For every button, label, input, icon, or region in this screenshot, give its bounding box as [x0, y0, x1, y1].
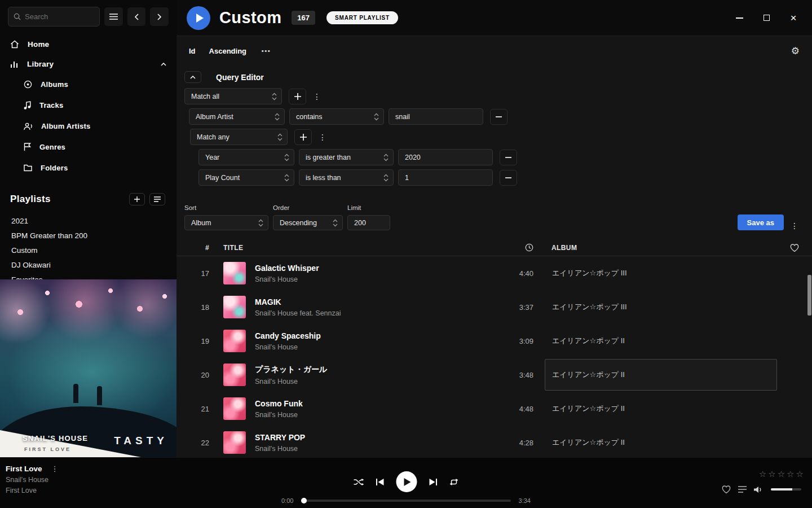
back-button[interactable] [127, 7, 146, 26]
track-album-cell-focused[interactable]: エイリアン☆ポップ II [545, 359, 777, 391]
library-icon [10, 60, 19, 68]
star-icon[interactable]: ☆ [787, 469, 794, 479]
column-duration[interactable] [500, 243, 533, 252]
track-row[interactable]: 20 プラネット・ガール Snail's House 3:48 エイリアン☆ポッ… [176, 358, 812, 392]
rule-value-input[interactable] [398, 169, 493, 186]
sidebar-item-library[interactable]: Library [0, 54, 176, 74]
limit-label: Limit [347, 204, 390, 211]
group-options-icon[interactable]: ⋮ [311, 92, 323, 101]
seek-knob[interactable] [301, 498, 307, 503]
limit-input[interactable] [347, 215, 390, 230]
rule-value-input[interactable] [398, 149, 493, 165]
column-title[interactable]: TITLE [223, 244, 500, 252]
sidebar-nav: Home Library Albums Tracks [0, 34, 176, 178]
search-box[interactable] [8, 7, 100, 27]
artist-icon [24, 122, 33, 130]
collapse-chevron-up-icon[interactable] [161, 63, 166, 66]
playlist-item[interactable]: BPM Greater than 200 [0, 228, 176, 243]
column-number[interactable]: # [176, 244, 209, 252]
sort-field-button[interactable]: Id [189, 47, 196, 55]
group-options-icon[interactable]: ⋮ [316, 133, 329, 142]
scrollbar-thumb[interactable] [807, 275, 811, 316]
shuffle-button[interactable] [354, 478, 364, 486]
menu-button[interactable] [104, 7, 123, 26]
next-button[interactable] [429, 478, 438, 486]
add-rule-button[interactable] [294, 129, 312, 145]
previous-button[interactable] [376, 478, 385, 486]
volume-icon[interactable] [754, 486, 764, 493]
sidebar-item-genres[interactable]: Genres [0, 137, 176, 157]
query-rules: Match all ⋮ Album Artist contains [176, 88, 812, 186]
forward-button[interactable] [150, 7, 169, 26]
track-album-cell: エイリアン☆ポップ II [545, 325, 777, 357]
star-icon[interactable]: ☆ [759, 469, 766, 479]
remove-rule-button[interactable] [490, 109, 508, 125]
track-row[interactable]: 22 STARRY POP Snail's House 4:28 エイリアン☆ポ… [176, 426, 812, 457]
volume-slider[interactable] [771, 488, 801, 491]
play-playlist-button[interactable] [187, 6, 210, 30]
more-options-icon[interactable]: ⋯ [261, 46, 270, 56]
select-value: Album Artist [196, 113, 233, 121]
star-icon[interactable]: ☆ [778, 469, 785, 479]
rule-value-input[interactable] [389, 108, 483, 125]
match-mode-select[interactable]: Match all [184, 88, 282, 104]
sort-select[interactable]: Album [184, 215, 268, 230]
remove-rule-button[interactable] [500, 150, 517, 165]
now-playing-artwork[interactable]: SNAIL'S HOUSE FIRST LOVE TASTY [0, 279, 176, 457]
repeat-button[interactable] [449, 478, 459, 486]
track-row[interactable]: 18 MAGIK Snail's House feat. Sennzai 3:3… [176, 290, 812, 324]
maximize-button[interactable] [761, 13, 771, 23]
star-icon[interactable]: ☆ [768, 469, 775, 479]
track-options-icon[interactable]: ⋮ [51, 465, 59, 473]
track-row[interactable]: 21 Cosmo Funk Snail's House 4:48 エイリアン☆ポ… [176, 392, 812, 426]
track-row[interactable]: 17 Galactic Whisper Snail's House 4:40 エ… [176, 256, 812, 290]
save-as-button[interactable]: Save as [738, 214, 784, 230]
albums-disc-icon [24, 80, 32, 89]
nav-label: Library [27, 60, 54, 68]
order-select[interactable]: Descending [273, 215, 343, 230]
music-note-icon [24, 101, 31, 110]
close-button[interactable]: × [788, 13, 798, 23]
rule-field-select[interactable]: Year [198, 149, 294, 165]
search-input[interactable] [25, 12, 94, 21]
match-mode-select[interactable]: Match any [190, 129, 288, 145]
track-row[interactable]: 19 Candy Spaceship Snail's House 3:09 エイ… [176, 324, 812, 358]
play-pause-button[interactable] [396, 471, 417, 492]
rule-operator-select[interactable]: contains [289, 108, 384, 125]
minimize-icon [736, 17, 743, 19]
sidebar-item-folders[interactable]: Folders [0, 157, 176, 178]
app-window: Home Library Albums Tracks [0, 0, 812, 508]
sort-label: Sort [184, 204, 268, 211]
sort-direction-button[interactable]: Ascending [209, 47, 246, 55]
plus-icon [300, 134, 307, 141]
rule-field-select[interactable]: Play Count [198, 169, 294, 186]
add-rule-button[interactable] [289, 89, 306, 104]
sidebar-item-tracks[interactable]: Tracks [0, 95, 176, 116]
sidebar-item-album-artists[interactable]: Album Artists [0, 116, 176, 137]
playlist-item[interactable]: DJ Okawari [0, 257, 176, 272]
star-icon[interactable]: ☆ [796, 469, 804, 479]
save-options-icon[interactable]: ⋮ [788, 221, 801, 230]
playlist-list-options-button[interactable] [149, 193, 165, 205]
settings-gear-icon[interactable]: ⚙ [791, 45, 800, 57]
column-favorite[interactable] [777, 244, 812, 252]
rule-operator-select[interactable]: is greater than [299, 149, 394, 165]
remove-rule-button[interactable] [500, 170, 517, 186]
playlist-item[interactable]: Custom [0, 243, 176, 257]
query-editor-collapse-button[interactable] [184, 71, 201, 83]
rule-operator-select[interactable]: is less than [299, 169, 394, 186]
track-list-header: # TITLE ALBUM [176, 239, 812, 256]
next-icon [429, 478, 438, 486]
seek-bar[interactable] [301, 500, 510, 502]
rule-field-select[interactable]: Album Artist [189, 108, 285, 125]
add-playlist-button[interactable] [129, 193, 145, 205]
queue-icon[interactable] [738, 486, 747, 493]
favorite-heart-icon[interactable] [722, 485, 731, 493]
sidebar-item-home[interactable]: Home [0, 34, 176, 54]
column-album[interactable]: ALBUM [545, 244, 777, 252]
sidebar-item-albums[interactable]: Albums [0, 74, 176, 95]
artwork-title-text: FIRST LOVE [24, 446, 71, 452]
play-icon [404, 478, 411, 486]
minimize-button[interactable] [734, 13, 744, 23]
playlist-item[interactable]: 2021 [0, 213, 176, 228]
